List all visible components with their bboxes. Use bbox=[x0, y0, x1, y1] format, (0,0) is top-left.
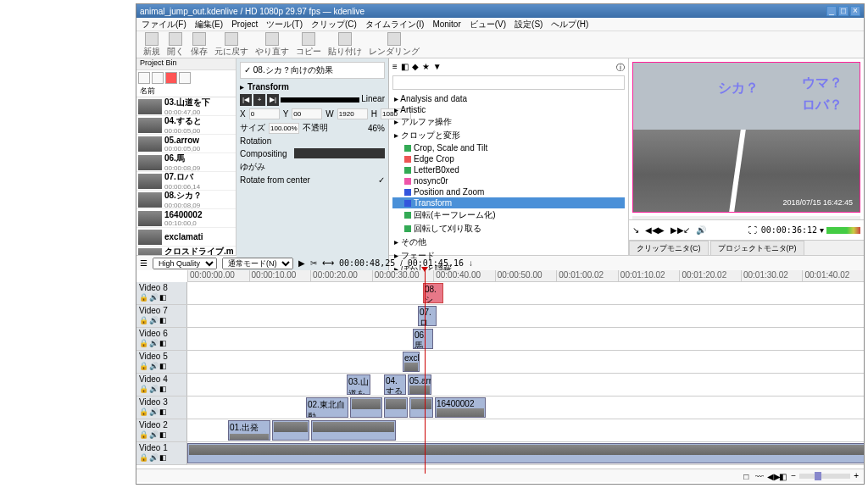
mute-icon[interactable]: 🔊 bbox=[149, 430, 158, 439]
fx-fav-icon[interactable]: ◧ bbox=[401, 62, 409, 74]
timeline-clip[interactable]: 08.シカ? bbox=[423, 283, 443, 303]
mon-rew-icon[interactable]: ◀◀ bbox=[645, 225, 655, 236]
view-icon[interactable] bbox=[179, 72, 191, 84]
timeline-clip[interactable]: 06.馬 bbox=[413, 329, 433, 349]
quality-select[interactable]: High Quality bbox=[153, 258, 217, 269]
timeline-clip[interactable]: 07.ロバ bbox=[418, 306, 437, 326]
tl-play-icon[interactable]: ▶ bbox=[298, 258, 305, 268]
lock-icon[interactable]: 🔒 bbox=[139, 293, 147, 302]
timeline-clip[interactable] bbox=[187, 443, 864, 463]
hide-icon[interactable]: ◧ bbox=[159, 453, 168, 462]
mon-play-icon[interactable]: ▶ bbox=[658, 225, 668, 236]
size-input[interactable] bbox=[269, 123, 299, 134]
mute-icon[interactable]: 🔊 bbox=[149, 453, 158, 462]
mute-icon[interactable]: 🔊 bbox=[149, 293, 158, 302]
effect-search[interactable] bbox=[392, 75, 625, 90]
add-clip-icon[interactable] bbox=[138, 72, 150, 84]
toolbar-やり直す[interactable]: やり直す bbox=[253, 32, 291, 58]
kf-next-icon[interactable]: ▶| bbox=[267, 94, 279, 106]
mon-out-icon[interactable]: ↙ bbox=[683, 225, 693, 236]
menu-item[interactable]: 設定(S) bbox=[515, 19, 542, 30]
bin-item[interactable]: 03.山道を下00:00:47,00 bbox=[136, 97, 236, 116]
track-header[interactable]: Video 6🔒🔊◧ bbox=[136, 328, 187, 350]
menu-item[interactable]: ビュー(V) bbox=[470, 19, 506, 30]
track-header[interactable]: Video 4🔒🔊◧ bbox=[136, 374, 187, 396]
mute-icon[interactable]: 🔊 bbox=[149, 339, 158, 347]
timeline-clip[interactable]: exclamat bbox=[403, 352, 420, 372]
tree-group[interactable]: ▸ Artistic bbox=[392, 104, 625, 115]
track-lane[interactable]: exclamat bbox=[187, 351, 864, 373]
mon-audio-icon[interactable]: 🔊 bbox=[696, 225, 706, 236]
timeline-clip[interactable]: 01.出発 bbox=[228, 420, 270, 441]
add-folder-icon[interactable] bbox=[152, 72, 164, 84]
lock-icon[interactable]: 🔒 bbox=[139, 339, 147, 347]
tree-item[interactable]: 回転して刈り取る bbox=[392, 222, 625, 236]
tree-group[interactable]: ▸ クロップと変形 bbox=[392, 129, 625, 142]
fx-main-icon[interactable]: ≡ bbox=[392, 62, 398, 74]
tab-project-monitor[interactable]: プロジェクトモニタ(P) bbox=[710, 241, 804, 255]
bin-item[interactable]: 07.ロバ00:00:06,14 bbox=[136, 172, 236, 191]
bin-list[interactable]: 03.山道を下00:00:47,0004.すると00:00:05,0005.ar… bbox=[136, 97, 236, 255]
timeline-clip[interactable] bbox=[384, 397, 408, 418]
fx-custom-icon[interactable]: ▼ bbox=[433, 62, 442, 74]
name-column[interactable]: 名前 bbox=[136, 86, 236, 97]
mode-select[interactable]: 通常モード(N) bbox=[222, 258, 293, 269]
kf-add-icon[interactable]: + bbox=[253, 94, 265, 106]
timeline-ruler[interactable]: 00:00:00.0000:00:10.0000:00:20.0000:00:3… bbox=[187, 270, 864, 282]
tl-split-icon[interactable]: ◧ bbox=[779, 472, 787, 480]
timeline-clip[interactable]: 03.山道を下 bbox=[347, 374, 370, 395]
menu-item[interactable]: Monitor bbox=[432, 19, 460, 29]
track-lane[interactable] bbox=[187, 442, 864, 464]
timeline-clip[interactable] bbox=[272, 420, 309, 441]
track-header[interactable]: Video 3🔒🔊◧ bbox=[136, 396, 187, 419]
toolbar-開く[interactable]: 開く bbox=[165, 32, 186, 58]
tree-item[interactable]: Crop, Scale and Tilt bbox=[392, 142, 625, 153]
tab-clip-monitor[interactable]: クリップモニタ(C) bbox=[629, 241, 709, 255]
hide-icon[interactable]: ◧ bbox=[159, 408, 168, 416]
timeline-clip[interactable] bbox=[409, 397, 433, 418]
minimize-icon[interactable]: _ bbox=[826, 6, 837, 16]
lock-icon[interactable]: 🔒 bbox=[139, 453, 147, 462]
hide-icon[interactable]: ◧ bbox=[159, 362, 168, 370]
lock-icon[interactable]: 🔒 bbox=[139, 408, 147, 416]
toolbar-貼り付け[interactable]: 貼り付け bbox=[326, 32, 364, 58]
mon-ffw-icon[interactable]: ▶▶ bbox=[670, 225, 681, 236]
fx-info-icon[interactable]: ⓘ bbox=[616, 62, 625, 74]
monitor-timecode[interactable]: 00:00:36:12 bbox=[761, 225, 817, 235]
toolbar-新規[interactable]: 新規 bbox=[142, 32, 162, 58]
mon-full-icon[interactable]: ⛶ bbox=[748, 225, 759, 236]
hide-icon[interactable]: ◧ bbox=[159, 430, 168, 439]
tree-group[interactable]: ▸ その他 bbox=[392, 236, 625, 249]
hide-icon[interactable]: ◧ bbox=[159, 339, 168, 347]
menu-item[interactable]: ファイル(F) bbox=[142, 19, 186, 30]
tree-item[interactable]: LetterB0xed bbox=[392, 164, 625, 175]
titlebar[interactable]: animal_jump_out.kdenlive / HD 1080p 29.9… bbox=[136, 4, 864, 18]
close-icon[interactable]: × bbox=[850, 6, 860, 16]
tl-wave-icon[interactable]: 〰 bbox=[755, 472, 764, 480]
track-header[interactable]: Video 8🔒🔊◧ bbox=[136, 282, 187, 304]
bin-item[interactable]: 04.すると00:00:05,00 bbox=[136, 116, 236, 135]
track-header[interactable]: Video 5🔒🔊◧ bbox=[136, 351, 187, 373]
lock-icon[interactable]: 🔒 bbox=[139, 430, 147, 439]
bin-item[interactable]: クロスドライブ.m00:01:45,16 (1) bbox=[136, 247, 236, 255]
timeline-clip[interactable]: 16400002 bbox=[435, 397, 486, 418]
hide-icon[interactable]: ◧ bbox=[159, 316, 168, 324]
fx-video-icon[interactable]: ◆ bbox=[412, 62, 419, 74]
menu-item[interactable]: Project bbox=[231, 19, 258, 29]
tree-item[interactable]: Edge Crop bbox=[392, 153, 625, 164]
menu-item[interactable]: ヘルプ(H) bbox=[551, 19, 588, 30]
tl-thumb-icon[interactable]: □ bbox=[743, 472, 752, 480]
tree-group[interactable]: ▸ アルファ操作 bbox=[392, 115, 625, 129]
mute-icon[interactable]: 🔊 bbox=[149, 316, 158, 324]
timeline-tracks[interactable]: Video 8🔒🔊◧08.シカ?Video 7🔒🔊◧07.ロバVideo 6🔒🔊… bbox=[136, 282, 864, 469]
tree-item[interactable]: Transform bbox=[392, 197, 625, 208]
tl-pos-timecode[interactable]: 00:00:48,25 bbox=[339, 258, 395, 268]
tl-marker-icon[interactable]: ↓ bbox=[469, 258, 473, 268]
timeline-clip[interactable] bbox=[350, 397, 382, 418]
toolbar-元に戻す[interactable]: 元に戻す bbox=[213, 32, 250, 58]
mute-icon[interactable]: 🔊 bbox=[149, 362, 158, 370]
tree-item[interactable]: Position and Zoom bbox=[392, 186, 625, 197]
tl-spacer-icon[interactable]: ⟷ bbox=[322, 258, 334, 268]
track-lane[interactable]: 02.東北自動16400002 bbox=[187, 396, 864, 419]
x-input[interactable] bbox=[249, 108, 280, 119]
